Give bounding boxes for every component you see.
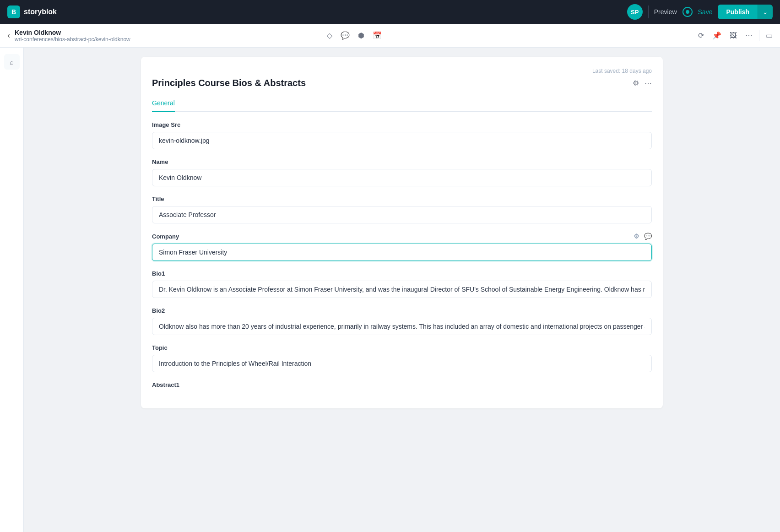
left-sidebar: ⌕ bbox=[0, 48, 24, 532]
company-field-icons: ⚙ 💬 bbox=[634, 233, 652, 240]
more-icon[interactable]: ⋯ bbox=[645, 79, 652, 87]
desktop-icon[interactable]: 🖼 bbox=[730, 32, 737, 40]
field-name: Name bbox=[152, 158, 652, 186]
editor-title: Principles Course Bios & Abstracts bbox=[152, 78, 306, 88]
publish-dropdown-button[interactable]: ⌄ bbox=[758, 5, 773, 19]
bio1-input[interactable] bbox=[152, 281, 652, 298]
field-title: Title bbox=[152, 195, 652, 223]
user-avatar[interactable]: SP bbox=[627, 4, 643, 20]
history-icon[interactable]: ⟳ bbox=[698, 31, 704, 40]
back-button[interactable]: ‹ bbox=[7, 31, 10, 40]
logo[interactable]: B storyblok bbox=[7, 5, 57, 18]
tabs: General bbox=[152, 96, 652, 112]
breadcrumb-right-icons: ⟳ 📌 🖼 ⋯ bbox=[698, 31, 753, 40]
field-company: Company ⚙ 💬 bbox=[152, 233, 652, 261]
field-topic: Topic bbox=[152, 344, 652, 372]
field-label-name: Name bbox=[152, 158, 652, 165]
field-bio2: Bio2 bbox=[152, 307, 652, 335]
top-nav: B storyblok SP Preview Save Publish ⌄ bbox=[0, 0, 780, 24]
field-label-abstract1: Abstract1 bbox=[152, 381, 652, 388]
preview-status-icon bbox=[682, 7, 693, 17]
breadcrumb-bar: ‹ Kevin Oldknow wri-conferences/bios-abs… bbox=[0, 24, 780, 48]
editor-card: Last saved: 18 days ago Principles Cours… bbox=[141, 57, 663, 408]
field-bio1: Bio1 bbox=[152, 270, 652, 298]
field-label-bio1: Bio1 bbox=[152, 270, 652, 277]
breadcrumb-title: Kevin Oldknow bbox=[15, 29, 322, 36]
company-input[interactable] bbox=[152, 244, 652, 261]
field-label-bio2: Bio2 bbox=[152, 307, 652, 314]
calendar-icon[interactable]: 📅 bbox=[373, 31, 382, 40]
name-input[interactable] bbox=[152, 169, 652, 186]
pin-icon[interactable]: 📌 bbox=[712, 31, 721, 40]
breadcrumb-path: wri-conferences/bios-abstract-pc/kevin-o… bbox=[15, 36, 322, 43]
field-image-src: Image Src bbox=[152, 121, 652, 149]
title-input[interactable] bbox=[152, 206, 652, 223]
field-label-topic: Topic bbox=[152, 344, 652, 351]
preview-button[interactable]: Preview bbox=[654, 8, 677, 16]
field-abstract1: Abstract1 bbox=[152, 381, 652, 388]
breadcrumb-separator bbox=[759, 30, 759, 41]
settings-icon[interactable]: ⚙ bbox=[633, 79, 639, 87]
publish-group: Publish ⌄ bbox=[718, 5, 773, 19]
panel-toggle-icon[interactable]: ▭ bbox=[766, 31, 773, 40]
editor-header-icons: ⚙ ⋯ bbox=[633, 79, 652, 87]
field-label-image-src: Image Src bbox=[152, 121, 652, 128]
save-button[interactable]: Save bbox=[698, 8, 713, 16]
comment-icon[interactable]: 💬 bbox=[341, 31, 350, 40]
search-icon: ⌕ bbox=[10, 58, 14, 66]
field-label-title: Title bbox=[152, 195, 652, 202]
company-settings-icon[interactable]: ⚙ bbox=[634, 233, 639, 240]
logo-icon: B bbox=[7, 5, 20, 18]
breadcrumb-center-icons: ◇ 💬 ⬢ 📅 bbox=[327, 31, 382, 40]
logo-text: storyblok bbox=[24, 8, 57, 16]
topic-input[interactable] bbox=[152, 355, 652, 372]
field-label-company: Company ⚙ 💬 bbox=[152, 233, 652, 240]
last-saved: Last saved: 18 days ago bbox=[152, 68, 652, 74]
nav-divider bbox=[648, 5, 649, 18]
publish-button[interactable]: Publish bbox=[718, 5, 758, 19]
content-area: Last saved: 18 days ago Principles Cours… bbox=[24, 48, 780, 532]
connections-icon[interactable]: ⬢ bbox=[358, 31, 364, 40]
more-options-icon[interactable]: ⋯ bbox=[745, 31, 753, 40]
bio2-input[interactable] bbox=[152, 318, 652, 335]
image-src-input[interactable] bbox=[152, 132, 652, 149]
search-button[interactable]: ⌕ bbox=[4, 54, 20, 70]
tab-general[interactable]: General bbox=[152, 96, 175, 112]
main-layout: ⌕ Last saved: 18 days ago Principles Cou… bbox=[0, 48, 780, 532]
editor-header: Principles Course Bios & Abstracts ⚙ ⋯ bbox=[152, 78, 652, 88]
breadcrumb-info: Kevin Oldknow wri-conferences/bios-abstr… bbox=[15, 29, 322, 43]
company-comment-icon[interactable]: 💬 bbox=[644, 233, 652, 240]
diamond-icon[interactable]: ◇ bbox=[327, 31, 332, 40]
